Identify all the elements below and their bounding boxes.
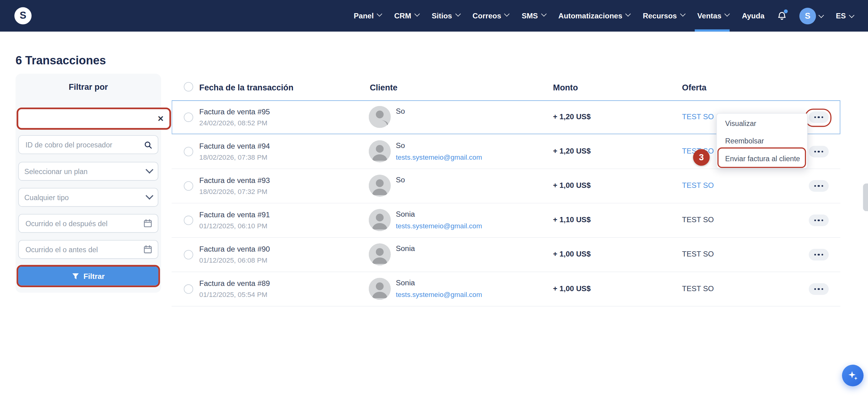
transaction-cell: Factura de venta #94 18/02/2026, 07:38 P… [199, 141, 270, 163]
row-actions-button[interactable] [809, 112, 829, 123]
table-row[interactable]: Factura de venta #90 01/12/2025, 06:08 P… [172, 238, 840, 272]
invoice-label: Factura de venta #95 [199, 107, 270, 116]
menu-item-reembolsar[interactable]: Reembolsar [717, 132, 807, 149]
notifications-button[interactable] [777, 11, 786, 21]
assistant-button[interactable] [842, 365, 864, 387]
nav-item-crm[interactable]: CRM [394, 0, 419, 32]
avatar-initial: S [805, 11, 810, 21]
chevron-down-icon [504, 11, 510, 17]
processor-id-field [18, 135, 159, 154]
nav-item-sitios[interactable]: Sitios [432, 0, 460, 32]
clear-icon[interactable]: ✕ [157, 115, 164, 122]
calendar-icon[interactable] [143, 245, 152, 254]
client-cell: Sonia [396, 244, 415, 253]
search-icon[interactable] [144, 140, 152, 149]
filter-text-input[interactable] [24, 114, 157, 123]
row-actions-button[interactable] [809, 249, 829, 260]
row-actions-button[interactable] [809, 146, 829, 158]
offer-link[interactable]: TEST SO [682, 181, 714, 190]
calendar-icon[interactable] [143, 219, 152, 228]
transaction-date: 18/02/2026, 07:38 PM [199, 153, 270, 163]
client-avatar [369, 209, 391, 231]
notification-dot [784, 9, 788, 13]
table-row[interactable]: Factura de venta #91 01/12/2025, 06:10 P… [172, 203, 840, 238]
table-header: Fecha de la transacción Cliente Monto Of… [172, 74, 840, 101]
nav-item-recursos[interactable]: Recursos [643, 0, 685, 32]
filter-panel-title: Filtrar por [16, 82, 161, 92]
row-checkbox[interactable] [184, 112, 193, 122]
row-checkbox[interactable] [184, 284, 193, 294]
row-actions-button[interactable] [809, 215, 829, 226]
step-badge: 3 [693, 149, 709, 166]
plan-select[interactable]: Seleccionar un plan [18, 162, 159, 180]
client-cell: Sonia tests.systemeio@gmail.com [396, 278, 482, 300]
row-checkbox[interactable] [184, 250, 193, 260]
row-checkbox[interactable] [184, 216, 193, 225]
nav-item-automatizaciones[interactable]: Automatizaciones [558, 0, 630, 32]
offer-label: TEST SO [682, 250, 714, 258]
nav-item-correos[interactable]: Correos [472, 0, 509, 32]
client-cell: So tests.systemeio@gmail.com [396, 141, 482, 163]
nav-item-label: Recursos [643, 12, 677, 20]
language-selector[interactable]: ES [836, 12, 854, 20]
nav-item-ayuda[interactable]: Ayuda [742, 0, 765, 32]
transaction-date: 01/12/2025, 06:10 PM [199, 222, 270, 231]
ellipsis-icon [814, 220, 816, 221]
page: S Panel CRM Sitios Correos SMS Automatiz… [0, 0, 868, 399]
funnel-icon [72, 273, 79, 280]
transaction-date: 24/02/2026, 08:52 PM [199, 119, 270, 128]
side-drawer-handle[interactable] [863, 183, 868, 211]
client-avatar [369, 278, 391, 300]
invoice-label: Factura de venta #89 [199, 279, 270, 288]
date-after-input[interactable] [25, 219, 144, 228]
table-row[interactable]: Factura de venta #89 01/12/2025, 05:54 P… [172, 272, 840, 307]
row-actions-button[interactable] [809, 180, 829, 192]
invoice-label: Factura de venta #90 [199, 245, 270, 254]
brand-logo[interactable]: S [14, 7, 32, 25]
client-email-link[interactable]: tests.systemeio@gmail.com [396, 290, 482, 300]
row-checkbox[interactable] [184, 147, 193, 156]
chevron-down-icon [414, 11, 420, 17]
nav-item-sms[interactable]: SMS [522, 0, 546, 32]
nav-item-label: Ayuda [742, 12, 765, 20]
type-select[interactable]: Cualquier tipo [18, 188, 159, 206]
row-checkbox[interactable] [184, 181, 193, 191]
row-actions-button[interactable] [809, 283, 829, 295]
client-cell: So [396, 106, 405, 116]
nav-item-label: Automatizaciones [558, 12, 622, 20]
header-amount: Monto [553, 82, 578, 92]
transaction-cell: Factura de venta #93 18/02/2026, 07:32 P… [199, 176, 270, 197]
client-name: Sonia [396, 244, 415, 253]
offer-link[interactable]: TEST SO [682, 112, 714, 121]
account-menu[interactable]: S [800, 7, 823, 24]
select-all-checkbox[interactable] [184, 82, 193, 92]
chevron-down-icon [818, 12, 824, 18]
chevron-down-icon [849, 12, 855, 18]
person-icon [369, 278, 391, 300]
nav-item-panel[interactable]: Panel [354, 0, 381, 32]
avatar: S [800, 7, 816, 24]
processor-id-input[interactable] [25, 140, 144, 149]
nav-item-ventas[interactable]: Ventas [697, 0, 729, 32]
filter-button[interactable]: Filtrar [18, 266, 159, 285]
invoice-label: Factura de venta #91 [199, 210, 270, 220]
header-date: Fecha de la transacción [199, 82, 293, 92]
person-icon [369, 243, 391, 265]
menu-item-enviar-factura[interactable]: Enviar factura al cliente [717, 149, 807, 167]
language-label: ES [836, 12, 846, 20]
chevron-down-icon [680, 11, 685, 17]
menu-item-visualizar[interactable]: Visualizar [717, 114, 807, 132]
client-email-link[interactable]: tests.systemeio@gmail.com [396, 222, 482, 231]
transaction-cell: Factura de venta #90 01/12/2025, 06:08 P… [199, 245, 270, 266]
chevron-down-icon [724, 11, 730, 17]
ellipsis-icon [814, 116, 816, 118]
nav-item-label: Panel [354, 12, 374, 20]
date-before-input[interactable] [25, 245, 144, 254]
client-name: Sonia [396, 278, 482, 288]
person-icon [369, 209, 391, 231]
transaction-date: 18/02/2026, 07:32 PM [199, 187, 270, 197]
client-avatar [369, 243, 391, 265]
client-email-link[interactable]: tests.systemeio@gmail.com [396, 153, 482, 163]
table-row[interactable]: Factura de venta #93 18/02/2026, 07:32 P… [172, 169, 840, 203]
client-name: So [396, 106, 405, 116]
